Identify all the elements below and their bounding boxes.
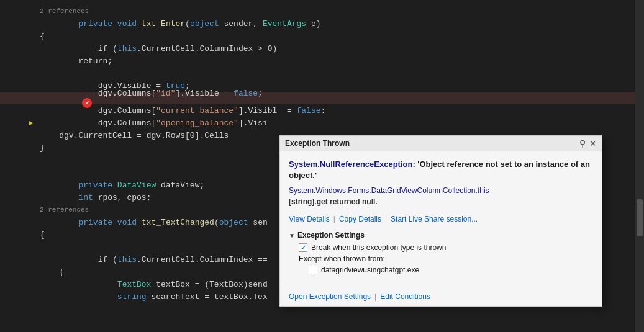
popup-title: Exception Thrown — [285, 139, 350, 148]
popup-links: View Details | Copy Details | Start Live… — [289, 215, 593, 223]
popup-body: System.NullReferenceException: 'Object r… — [280, 151, 602, 287]
code-line-arrow: ▶ dgv.Columns["opening_balance"].Visi — [0, 117, 644, 129]
collapse-icon[interactable]: ▼ — [289, 232, 295, 239]
scrollbar[interactable] — [635, 0, 644, 332]
settings-label-exe: datagridviewusingchatgpt.exe — [321, 266, 419, 274]
copy-details-link[interactable]: Copy Details — [339, 215, 381, 223]
code-line: if (this.CurrentCell.ColumnIndex > 0) — [0, 42, 644, 55]
exception-type: System.NullReferenceException: — [289, 159, 415, 169]
settings-item-break: ✓ Break when this exception type is thro… — [299, 243, 593, 252]
scrollbar-thumb[interactable] — [637, 199, 643, 236]
code-line: return; — [0, 55, 644, 67]
exception-detail: System.Windows.Forms.DataGridViewColumnC… — [289, 185, 593, 207]
view-details-link[interactable]: View Details — [289, 215, 330, 223]
settings-label-break: Break when this exception type is thrown — [311, 243, 446, 252]
settings-header: ▼ Exception Settings — [289, 231, 593, 240]
settings-item-exe: datagridviewusingchatgpt.exe — [309, 266, 593, 274]
pin-button[interactable]: ⚲ — [578, 138, 587, 148]
popup-footer: Open Exception Settings | Edit Condition… — [280, 287, 602, 306]
popup-controls: ⚲ × — [578, 138, 597, 148]
settings-header-label: Exception Settings — [297, 231, 365, 240]
exception-settings-section: ▼ Exception Settings ✓ Break when this e… — [289, 231, 593, 274]
open-exception-settings-link[interactable]: Open Exception Settings — [289, 292, 371, 301]
code-line: private void txt_Enter(object sender, Ev… — [0, 17, 644, 30]
settings-label-except: Except when thrown from: — [299, 254, 385, 263]
exception-popup: Exception Thrown ⚲ × System.NullReferenc… — [279, 135, 602, 307]
live-share-link[interactable]: Start Live Share session... — [391, 215, 478, 223]
edit-conditions-link[interactable]: Edit Conditions — [380, 292, 430, 301]
close-button[interactable]: × — [589, 138, 597, 148]
popup-titlebar: Exception Thrown ⚲ × — [280, 136, 602, 151]
detail-highlight: [string].get returned null. — [289, 197, 378, 206]
exception-title: System.NullReferenceException: 'Object r… — [289, 159, 593, 181]
checkbox-break[interactable]: ✓ — [299, 243, 307, 252]
checkbox-exe[interactable] — [309, 266, 317, 274]
settings-item-except-label: Except when thrown from: — [299, 254, 593, 263]
